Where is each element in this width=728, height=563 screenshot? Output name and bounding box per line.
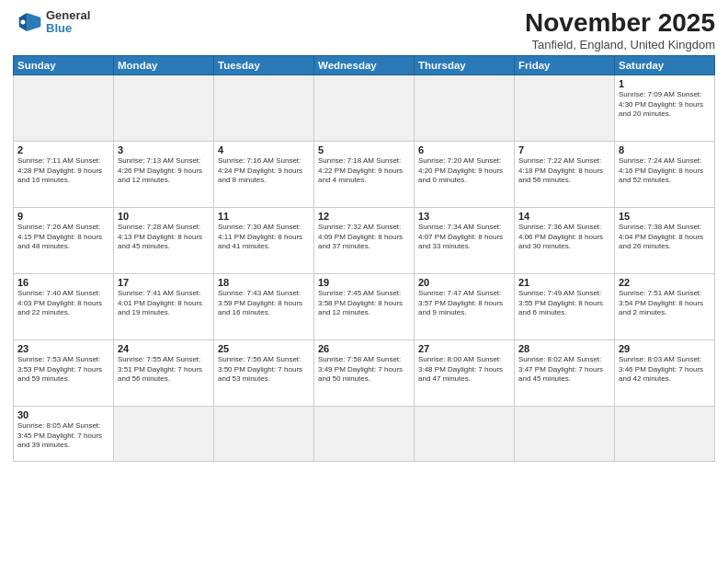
- day-number: 11: [218, 211, 310, 222]
- calendar-cell: 25Sunrise: 7:56 AM Sunset: 3:50 PM Dayli…: [214, 339, 314, 406]
- header-row: Sunday Monday Tuesday Wednesday Thursday…: [14, 55, 715, 75]
- calendar-cell: [314, 75, 415, 141]
- calendar-cell: 3Sunrise: 7:13 AM Sunset: 4:26 PM Daylig…: [114, 141, 214, 207]
- calendar-cell: 16Sunrise: 7:40 AM Sunset: 4:03 PM Dayli…: [14, 273, 114, 339]
- col-sunday: Sunday: [14, 55, 114, 75]
- calendar-cell: [214, 406, 314, 461]
- calendar-cell: 8Sunrise: 7:24 AM Sunset: 4:16 PM Daylig…: [615, 141, 715, 207]
- day-info: Sunrise: 8:02 AM Sunset: 3:47 PM Dayligh…: [518, 355, 610, 385]
- day-info: Sunrise: 8:05 AM Sunset: 3:45 PM Dayligh…: [17, 421, 109, 451]
- day-number: 22: [619, 277, 711, 288]
- day-info: Sunrise: 7:45 AM Sunset: 3:58 PM Dayligh…: [318, 289, 410, 318]
- calendar-week-5: 30Sunrise: 8:05 AM Sunset: 3:45 PM Dayli…: [14, 406, 715, 461]
- day-info: Sunrise: 8:03 AM Sunset: 3:46 PM Dayligh…: [619, 355, 711, 385]
- calendar-cell: 12Sunrise: 7:32 AM Sunset: 4:09 PM Dayli…: [314, 207, 415, 273]
- calendar-cell: 21Sunrise: 7:49 AM Sunset: 3:55 PM Dayli…: [515, 273, 615, 339]
- page: General Blue November 2025 Tanfield, Eng…: [0, 0, 728, 563]
- calendar-week-0: 1Sunrise: 7:09 AM Sunset: 4:30 PM Daylig…: [14, 75, 715, 141]
- day-number: 18: [218, 277, 310, 288]
- calendar-cell: 28Sunrise: 8:02 AM Sunset: 3:47 PM Dayli…: [515, 339, 615, 406]
- day-info: Sunrise: 7:49 AM Sunset: 3:55 PM Dayligh…: [518, 289, 610, 318]
- calendar-cell: 20Sunrise: 7:47 AM Sunset: 3:57 PM Dayli…: [415, 273, 515, 339]
- calendar-cell: 24Sunrise: 7:55 AM Sunset: 3:51 PM Dayli…: [114, 339, 214, 406]
- calendar-cell: 29Sunrise: 8:03 AM Sunset: 3:46 PM Dayli…: [615, 339, 715, 406]
- calendar-header: Sunday Monday Tuesday Wednesday Thursday…: [14, 55, 715, 75]
- calendar-cell: 17Sunrise: 7:41 AM Sunset: 4:01 PM Dayli…: [114, 273, 214, 339]
- day-number: 5: [318, 144, 410, 155]
- day-info: Sunrise: 7:43 AM Sunset: 3:59 PM Dayligh…: [218, 289, 310, 318]
- day-number: 6: [418, 144, 510, 155]
- day-info: Sunrise: 7:38 AM Sunset: 4:04 PM Dayligh…: [619, 223, 711, 252]
- calendar-cell: 5Sunrise: 7:18 AM Sunset: 4:22 PM Daylig…: [314, 141, 415, 207]
- calendar-cell: [114, 406, 214, 461]
- day-info: Sunrise: 7:56 AM Sunset: 3:50 PM Dayligh…: [218, 355, 310, 385]
- day-info: Sunrise: 7:22 AM Sunset: 4:18 PM Dayligh…: [518, 156, 610, 186]
- calendar-cell: 18Sunrise: 7:43 AM Sunset: 3:59 PM Dayli…: [214, 273, 314, 339]
- day-info: Sunrise: 7:11 AM Sunset: 4:28 PM Dayligh…: [17, 156, 109, 186]
- day-number: 28: [518, 343, 610, 354]
- logo: General Blue: [13, 9, 90, 36]
- day-number: 20: [418, 277, 510, 288]
- day-info: Sunrise: 7:32 AM Sunset: 4:09 PM Dayligh…: [318, 223, 410, 252]
- day-info: Sunrise: 7:30 AM Sunset: 4:11 PM Dayligh…: [218, 223, 310, 252]
- calendar-cell: 30Sunrise: 8:05 AM Sunset: 3:45 PM Dayli…: [14, 406, 114, 461]
- logo-general-text: General: [46, 9, 90, 22]
- location: Tanfield, England, United Kingdom: [525, 38, 715, 52]
- calendar-cell: [615, 406, 715, 461]
- calendar-cell: 4Sunrise: 7:16 AM Sunset: 4:24 PM Daylig…: [214, 141, 314, 207]
- day-number: 24: [118, 343, 210, 354]
- calendar-cell: 26Sunrise: 7:58 AM Sunset: 3:49 PM Dayli…: [314, 339, 415, 406]
- calendar-cell: [314, 406, 415, 461]
- col-monday: Monday: [114, 55, 214, 75]
- day-info: Sunrise: 7:58 AM Sunset: 3:49 PM Dayligh…: [318, 355, 410, 385]
- day-info: Sunrise: 7:26 AM Sunset: 4:15 PM Dayligh…: [17, 223, 109, 252]
- calendar-cell: [214, 75, 314, 141]
- day-info: Sunrise: 7:13 AM Sunset: 4:26 PM Dayligh…: [118, 156, 210, 186]
- day-number: 26: [318, 343, 410, 354]
- day-info: Sunrise: 7:34 AM Sunset: 4:07 PM Dayligh…: [418, 223, 510, 252]
- day-number: 12: [318, 211, 410, 222]
- day-info: Sunrise: 7:51 AM Sunset: 3:54 PM Dayligh…: [619, 289, 711, 318]
- day-number: 25: [218, 343, 310, 354]
- day-number: 2: [17, 144, 109, 155]
- calendar-cell: 9Sunrise: 7:26 AM Sunset: 4:15 PM Daylig…: [14, 207, 114, 273]
- day-number: 1: [619, 78, 711, 89]
- day-info: Sunrise: 7:28 AM Sunset: 4:13 PM Dayligh…: [118, 223, 210, 252]
- day-number: 19: [318, 277, 410, 288]
- calendar-cell: 23Sunrise: 7:53 AM Sunset: 3:53 PM Dayli…: [14, 339, 114, 406]
- day-info: Sunrise: 7:47 AM Sunset: 3:57 PM Dayligh…: [418, 289, 510, 318]
- calendar-cell: 1Sunrise: 7:09 AM Sunset: 4:30 PM Daylig…: [615, 75, 715, 141]
- day-number: 16: [17, 277, 109, 288]
- day-number: 14: [518, 211, 610, 222]
- col-saturday: Saturday: [615, 55, 715, 75]
- month-title: November 2025: [525, 9, 715, 38]
- calendar-cell: [114, 75, 214, 141]
- day-info: Sunrise: 7:18 AM Sunset: 4:22 PM Dayligh…: [318, 156, 410, 186]
- calendar-cell: 10Sunrise: 7:28 AM Sunset: 4:13 PM Dayli…: [114, 207, 214, 273]
- calendar-cell: 22Sunrise: 7:51 AM Sunset: 3:54 PM Dayli…: [615, 273, 715, 339]
- logo-text: General Blue: [46, 9, 90, 36]
- day-info: Sunrise: 7:41 AM Sunset: 4:01 PM Dayligh…: [118, 289, 210, 318]
- calendar-week-1: 2Sunrise: 7:11 AM Sunset: 4:28 PM Daylig…: [14, 141, 715, 207]
- calendar-cell: 14Sunrise: 7:36 AM Sunset: 4:06 PM Dayli…: [515, 207, 615, 273]
- calendar-cell: [415, 75, 515, 141]
- calendar-cell: [515, 406, 615, 461]
- calendar-week-2: 9Sunrise: 7:26 AM Sunset: 4:15 PM Daylig…: [14, 207, 715, 273]
- calendar-cell: 7Sunrise: 7:22 AM Sunset: 4:18 PM Daylig…: [515, 141, 615, 207]
- day-number: 29: [619, 343, 711, 354]
- day-number: 15: [619, 211, 711, 222]
- day-info: Sunrise: 8:00 AM Sunset: 3:48 PM Dayligh…: [418, 355, 510, 385]
- header: General Blue November 2025 Tanfield, Eng…: [13, 9, 715, 52]
- calendar-cell: 15Sunrise: 7:38 AM Sunset: 4:04 PM Dayli…: [615, 207, 715, 273]
- col-thursday: Thursday: [415, 55, 515, 75]
- day-number: 21: [518, 277, 610, 288]
- day-number: 27: [418, 343, 510, 354]
- day-number: 3: [118, 144, 210, 155]
- svg-marker-1: [27, 13, 40, 31]
- calendar-week-4: 23Sunrise: 7:53 AM Sunset: 3:53 PM Dayli…: [14, 339, 715, 406]
- calendar-cell: 11Sunrise: 7:30 AM Sunset: 4:11 PM Dayli…: [214, 207, 314, 273]
- day-number: 17: [118, 277, 210, 288]
- day-info: Sunrise: 7:36 AM Sunset: 4:06 PM Dayligh…: [518, 223, 610, 252]
- day-number: 4: [218, 144, 310, 155]
- col-wednesday: Wednesday: [314, 55, 415, 75]
